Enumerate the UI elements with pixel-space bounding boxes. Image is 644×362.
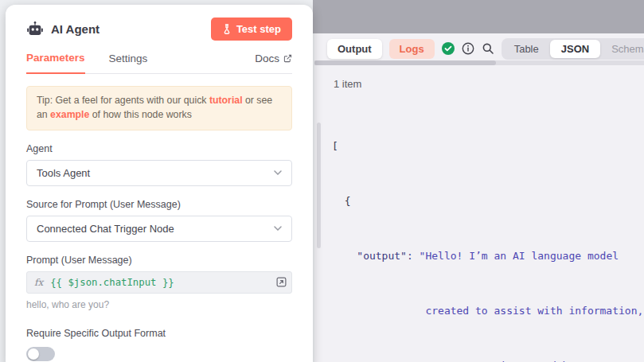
json-output-view: [ { "output": "Hello! I’m an AI language… bbox=[332, 100, 644, 362]
node-header: AI Agent Test step bbox=[26, 5, 292, 41]
toggle-knob bbox=[28, 348, 39, 360]
info-icon[interactable] bbox=[462, 42, 474, 56]
horizontal-scrollbar-thumb[interactable] bbox=[314, 60, 496, 65]
json-line: "output": "Hello! I’m an AI language mod… bbox=[332, 247, 644, 265]
json-line: { bbox=[332, 192, 644, 210]
view-json[interactable]: JSON bbox=[550, 40, 600, 58]
docs-link[interactable]: Docs bbox=[255, 53, 292, 73]
output-format-label: Require Specific Output Format bbox=[26, 328, 292, 339]
tip-callout: Tip: Get a feel for agents with our quic… bbox=[26, 86, 292, 130]
prompt-expression-input[interactable]: fx {{ $json.chatInput }} bbox=[26, 271, 292, 294]
tab-settings[interactable]: Settings bbox=[109, 53, 148, 73]
source-field-label: Source for Prompt (User Message) bbox=[26, 199, 292, 210]
tutorial-link[interactable]: tutorial bbox=[209, 95, 243, 106]
output-panel: Output Logs Table JSON Schema 1 item [ {… bbox=[314, 33, 644, 362]
source-select[interactable]: Connected Chat Trigger Node bbox=[26, 216, 292, 242]
tab-logs[interactable]: Logs bbox=[389, 39, 435, 59]
items-count: 1 item bbox=[334, 78, 644, 90]
output-format-toggle[interactable] bbox=[26, 347, 55, 361]
search-icon[interactable] bbox=[482, 42, 494, 56]
node-settings-panel: AI Agent Test step Parameters Settings D… bbox=[6, 5, 313, 362]
source-select-value: Connected Chat Trigger Node bbox=[37, 223, 174, 235]
view-table[interactable]: Table bbox=[503, 40, 550, 58]
agent-select[interactable]: Tools Agent bbox=[26, 160, 292, 186]
view-switcher: Table JSON Schema bbox=[502, 38, 644, 60]
fx-badge: fx bbox=[27, 277, 50, 288]
node-tabs: Parameters Settings Docs bbox=[26, 52, 292, 74]
tab-parameters[interactable]: Parameters bbox=[26, 52, 85, 74]
example-link[interactable]: example bbox=[50, 109, 89, 120]
expand-expression-icon[interactable] bbox=[271, 272, 291, 293]
test-step-label: Test step bbox=[236, 23, 281, 35]
output-controls-row: Output Logs Table JSON Schema bbox=[314, 33, 644, 59]
prompt-helper-text: hello, who are you? bbox=[26, 299, 292, 310]
expression-code[interactable]: {{ $json.chatInput }} bbox=[50, 277, 174, 288]
json-line: created to assist with information, bbox=[332, 302, 644, 320]
external-link-icon bbox=[283, 54, 292, 63]
chevron-down-icon bbox=[274, 226, 282, 231]
chevron-down-icon bbox=[274, 170, 282, 175]
prompt-field-label: Prompt (User Message) bbox=[26, 255, 292, 266]
node-title: AI Agent bbox=[51, 22, 100, 36]
robot-icon bbox=[26, 21, 44, 38]
json-line: answer questions, and have bbox=[332, 356, 644, 362]
view-schema[interactable]: Schema bbox=[600, 40, 644, 58]
tip-text: of how this node works bbox=[89, 109, 192, 120]
flask-icon bbox=[222, 24, 232, 34]
test-step-button[interactable]: Test step bbox=[211, 18, 292, 41]
success-check-icon bbox=[442, 42, 455, 56]
agent-select-value: Tools Agent bbox=[37, 167, 90, 179]
agent-field-label: Agent bbox=[26, 143, 292, 154]
json-line: [ bbox=[332, 137, 644, 155]
docs-label: Docs bbox=[255, 53, 279, 64]
canvas-backdrop bbox=[313, 0, 644, 33]
horizontal-scrollbar[interactable] bbox=[314, 60, 644, 65]
tab-output[interactable]: Output bbox=[327, 39, 382, 59]
tip-text: Tip: Get a feel for agents with our quic… bbox=[37, 95, 209, 106]
panel-resize-handle[interactable] bbox=[317, 123, 321, 248]
